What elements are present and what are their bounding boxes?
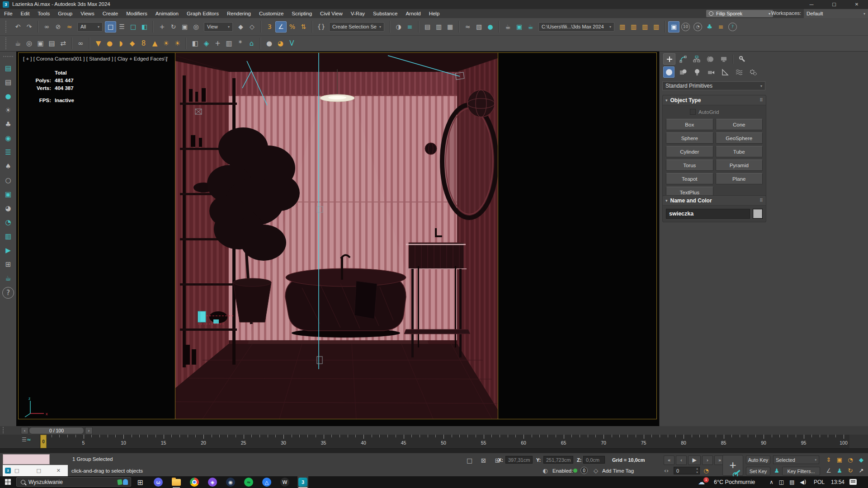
render-setup-icon[interactable]: ☕ [502, 21, 514, 33]
tab-hierarchy[interactable] [690, 53, 703, 65]
tab-utilities[interactable] [736, 53, 748, 65]
zoom-all-icon[interactable]: ▣ [835, 455, 844, 465]
app-icon-chrome[interactable] [189, 476, 200, 488]
align-icon[interactable]: ≡ [404, 21, 415, 33]
z-coordinate-field[interactable]: 0,0cm [583, 456, 605, 464]
camera-view-frame[interactable] [175, 53, 498, 419]
windows-start-icon[interactable] [5, 479, 11, 485]
toolbar-drag-handle[interactable] [3, 56, 13, 59]
corona-light-egg-icon[interactable]: ◗ [115, 38, 127, 49]
frame-spinner-arrows-icon[interactable]: ‹› [663, 466, 670, 475]
tray-network-icon[interactable]: ▤ [789, 479, 794, 485]
app-icon-spotify[interactable]: ≈ [243, 476, 254, 488]
menu-item-rendering[interactable]: Rendering [223, 9, 255, 18]
viewport-scene[interactable] [175, 53, 498, 419]
object-type-button-cylinder[interactable]: Cylinder [666, 146, 713, 157]
time-slider[interactable]: 0 / 100 [29, 427, 84, 434]
add-time-tag[interactable]: Add Time Tag [602, 468, 634, 474]
user-account-menu[interactable]: Filip Sporek ▾ [706, 10, 773, 17]
taskbar-search[interactable]: Wyszukiwanie [16, 477, 131, 487]
tray-chevron-icon[interactable]: ∧ [769, 479, 774, 485]
category-dropdown[interactable]: Standard Primitives ▾ [662, 81, 765, 90]
corona-material-icon[interactable]: ◕ [275, 38, 286, 49]
minimize-button[interactable]: — [801, 0, 822, 9]
redo-icon[interactable]: ↷ [24, 21, 35, 33]
tab-display[interactable] [717, 53, 730, 65]
sun-light-icon[interactable]: ☀ [3, 105, 14, 116]
previous-frame-icon[interactable]: ‹ [676, 455, 687, 465]
object-type-button-plane[interactable]: Plane [716, 173, 763, 184]
window-crossing-icon[interactable]: ◧ [139, 21, 150, 33]
menu-item-civil-view[interactable]: Civil View [316, 9, 347, 18]
list-panel-icon[interactable]: ☰ [3, 147, 14, 158]
add-camera-icon[interactable]: ▤ [3, 77, 14, 88]
corona-camera-stack-icon[interactable]: ▥ [223, 38, 235, 49]
menu-item-edit[interactable]: Edit [17, 9, 34, 18]
object-type-button-teapot[interactable]: Teapot [666, 173, 713, 184]
palette-icon[interactable]: ◕ [3, 203, 14, 214]
category-shapes[interactable] [677, 66, 689, 78]
quad-view-icon[interactable]: ⊞ [3, 259, 14, 270]
menu-item-create[interactable]: Create [99, 9, 123, 18]
app-icon-file-explorer[interactable] [171, 476, 182, 488]
category-helpers[interactable] [719, 66, 731, 78]
app-icon-dark-w[interactable]: W [279, 476, 290, 488]
weather-text[interactable]: 6°C Pochmurnie [714, 479, 755, 485]
app-icon-blue[interactable]: △ [261, 476, 272, 488]
object-type-button-box[interactable]: Box [666, 119, 713, 130]
environment-icon[interactable]: ♣ [704, 21, 715, 33]
rollout-grip-icon[interactable]: ⠿ [760, 98, 763, 103]
y-coordinate-field[interactable]: 251,723cm [543, 456, 573, 464]
current-frame-field[interactable]: 0 ▴▾ [674, 467, 700, 474]
use-pivot-center-icon[interactable]: ◆ [235, 21, 246, 33]
ribbon-toggle-icon[interactable]: ▦ [444, 21, 456, 33]
x-coordinate-field[interactable]: 397,31cm [505, 456, 533, 464]
set-keys-button[interactable]: + [722, 455, 743, 476]
object-type-button-cone[interactable]: Cone [716, 119, 763, 130]
maximize-viewport-icon[interactable]: ↗ [856, 466, 866, 476]
object-type-button-sphere[interactable]: Sphere [666, 132, 713, 144]
create-light-icon[interactable]: ● [3, 91, 14, 102]
clock[interactable]: 13:54 [831, 479, 844, 485]
snaps-toggle-icon[interactable]: 3 [264, 21, 275, 33]
help-icon[interactable]: ? [728, 23, 737, 31]
close-icon[interactable]: ✕ [57, 468, 61, 474]
layers-ball-icon[interactable]: ▣ [3, 189, 14, 200]
object-type-rollout-header[interactable]: ▾ Object Type ⠿ [663, 95, 766, 105]
corona-teapot-icon[interactable]: ☕ [12, 38, 24, 49]
project-folder-dropdown[interactable]: C:\Users\fili...\3ds Max 2024▾ [538, 22, 614, 32]
menu-item-help[interactable]: Help [425, 9, 444, 18]
corona-light-funnel-icon[interactable]: ▼ [93, 38, 104, 49]
select-by-name-icon[interactable]: ☰ [116, 21, 127, 33]
corona-vfb-icon[interactable]: ▣ [35, 38, 46, 49]
leaf-swirl-icon[interactable]: ◉ [3, 133, 14, 144]
toolbar-drag-handle[interactable] [3, 427, 6, 433]
category-cameras[interactable] [705, 66, 717, 78]
mini-curve-editor-icon[interactable]: ☰≈ [22, 436, 31, 443]
select-move-icon[interactable]: + [156, 21, 168, 33]
rollout-grip-icon[interactable]: ⠿ [760, 198, 763, 203]
render-time-icon[interactable]: ◔ [693, 23, 702, 31]
selection-filter-dropdown[interactable]: All▾ [77, 22, 103, 32]
object-type-button-pyramid[interactable]: Pyramid [716, 160, 763, 171]
unlink-selection-icon[interactable]: ⊘ [52, 21, 64, 33]
set-key-button[interactable]: Set Key [746, 467, 770, 475]
corona-sphere-icon[interactable]: ● [264, 38, 275, 49]
enabled-green-dot[interactable] [573, 469, 577, 473]
named-selection-dropdown[interactable]: Create Selection Se▾ [329, 22, 384, 32]
corona-light-bell-icon[interactable]: ▲ [149, 38, 160, 49]
object-name-field[interactable]: swieczka [666, 209, 750, 219]
toolbar-drag-handle[interactable] [5, 38, 9, 49]
object-type-button-torus[interactable]: Torus [666, 160, 713, 171]
plant-card-icon[interactable]: ♠ [3, 161, 14, 172]
project-folder-icon-2[interactable]: ▥ [628, 21, 639, 33]
tab-modify[interactable] [677, 53, 689, 65]
percent-snap-icon[interactable]: % [287, 21, 298, 33]
corona-camera-icon[interactable]: ▤ [46, 38, 57, 49]
fire-ring-icon[interactable]: ○ [3, 175, 14, 186]
workspace-dropdown[interactable]: Default ▾ [804, 9, 868, 18]
app-icon-purple[interactable]: ◈ [207, 476, 218, 488]
select-manipulate-icon[interactable]: ◇ [246, 21, 258, 33]
render-frame-window-icon[interactable]: ▣ [668, 21, 679, 33]
menu-item-tools[interactable]: Tools [33, 9, 54, 18]
